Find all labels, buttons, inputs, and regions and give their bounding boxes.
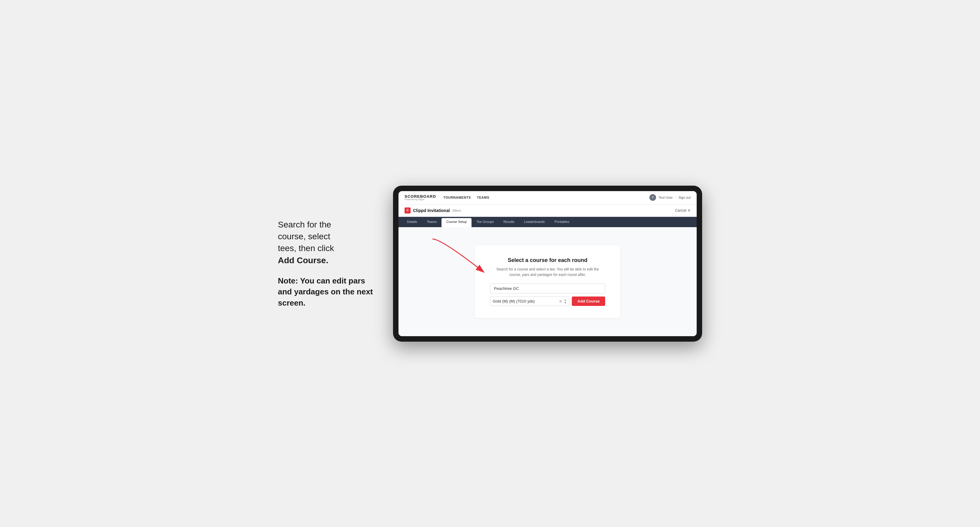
cancel-icon: ✕ — [687, 208, 690, 213]
page-wrapper: Search for the course, select tees, then… — [278, 186, 702, 342]
cancel-button[interactable]: Cancel ✕ — [675, 208, 690, 213]
instruction-line1: Search for the — [278, 220, 331, 229]
tee-select-wrapper[interactable]: ✕ ▲ ▼ — [490, 297, 570, 306]
brand-name: SCOREBOARD — [404, 194, 436, 198]
nav-tournaments[interactable]: TOURNAMENTS — [443, 196, 471, 199]
tablet-screen: SCOREBOARD Powered by clippd TOURNAMENTS… — [398, 191, 697, 336]
course-search-input[interactable] — [490, 284, 605, 294]
tab-course-setup[interactable]: Course Setup — [442, 218, 471, 227]
tournament-badge: (Men) — [452, 209, 461, 212]
nav-teams[interactable]: TEAMS — [477, 196, 489, 199]
nav-divider: | — [675, 196, 676, 199]
brand-sub: Powered by clippd — [404, 198, 436, 201]
navbar-right: T Test User | Sign out — [649, 194, 690, 201]
instruction-line3: tees, then click — [278, 243, 334, 253]
app-navbar: SCOREBOARD Powered by clippd TOURNAMENTS… — [398, 191, 697, 205]
tab-nav: Details Teams Course Setup Tee Groups Re… — [398, 217, 697, 227]
tab-leaderboards[interactable]: Leaderboards — [519, 217, 550, 227]
instruction-panel: Search for the course, select tees, then… — [278, 219, 375, 308]
navbar-left: SCOREBOARD Powered by clippd TOURNAMENTS… — [404, 194, 489, 201]
instruction-note: Note: You can edit pars and yardages on … — [278, 275, 375, 308]
tab-teams[interactable]: Teams — [422, 217, 442, 227]
tab-printables[interactable]: Printables — [550, 217, 574, 227]
tournament-header: C Clippd Invitational (Men) Cancel ✕ — [398, 205, 697, 217]
nav-links: TOURNAMENTS TEAMS — [443, 196, 489, 199]
add-course-button[interactable]: Add Course — [572, 297, 605, 306]
card-description: Search for a course and select a tee. Yo… — [490, 267, 605, 278]
tablet-device: SCOREBOARD Powered by clippd TOURNAMENTS… — [393, 186, 702, 342]
tee-select-row: ✕ ▲ ▼ Add Course — [490, 297, 605, 306]
tournament-name: Clippd Invitational — [413, 208, 450, 213]
brand-logo: SCOREBOARD Powered by clippd — [404, 194, 436, 201]
tab-results[interactable]: Results — [498, 217, 519, 227]
tee-arrows-icon: ▲ ▼ — [564, 298, 567, 305]
instruction-line2: course, select — [278, 232, 330, 241]
user-avatar: T — [649, 194, 656, 201]
instruction-main: Search for the course, select tees, then… — [278, 219, 375, 266]
sign-out-link[interactable]: Sign out — [678, 196, 690, 199]
tee-clear-icon[interactable]: ✕ — [559, 299, 562, 304]
tee-input[interactable] — [493, 297, 559, 306]
tournament-icon: C — [404, 208, 410, 214]
note-label: Note: — [278, 276, 298, 285]
cancel-label: Cancel — [675, 208, 686, 213]
course-setup-card: Select a course for each round Search fo… — [475, 245, 620, 318]
content-area: Select a course for each round Search fo… — [398, 227, 697, 336]
tournament-title: C Clippd Invitational (Men) — [404, 208, 461, 214]
instruction-bold: Add Course. — [278, 256, 328, 265]
user-name: Test User — [659, 196, 673, 199]
card-title: Select a course for each round — [490, 257, 605, 264]
tab-details[interactable]: Details — [402, 217, 422, 227]
tab-tee-groups[interactable]: Tee Groups — [471, 217, 498, 227]
